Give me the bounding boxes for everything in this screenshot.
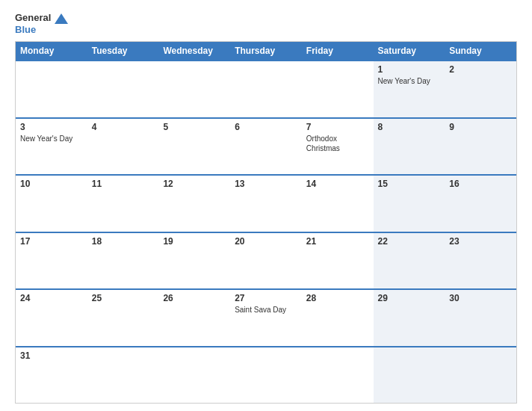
day-number: 1 [378, 64, 441, 75]
calendar-cell: 22 [374, 233, 445, 288]
calendar-cell: 5 [158, 119, 230, 174]
calendar: MondayTuesdayWednesdayThursdayFridaySatu… [15, 41, 517, 404]
calendar-cell: 31 [16, 347, 87, 403]
weekday-header-monday: Monday [16, 42, 87, 60]
calendar-cell [16, 61, 87, 117]
day-number: 21 [306, 236, 369, 247]
logo-blue: Blue [15, 24, 68, 36]
day-number: 4 [92, 122, 155, 132]
day-event: Saint Sava Day [235, 306, 286, 314]
svg-marker-0 [55, 13, 68, 24]
logo-icon [55, 13, 68, 24]
day-number: 28 [306, 293, 369, 303]
calendar-cell [87, 347, 159, 403]
day-number: 27 [235, 293, 297, 303]
weekday-header-friday: Friday [302, 42, 374, 60]
calendar-cell [158, 61, 230, 117]
calendar-cell [445, 347, 516, 403]
calendar-cell: 28 [302, 290, 374, 345]
day-number: 2 [449, 64, 512, 75]
calendar-cell [302, 61, 374, 117]
day-number: 12 [163, 179, 226, 189]
calendar-cell: 21 [302, 233, 374, 288]
calendar-row: 3New Year's Day4567Orthodox Christmas89 [16, 117, 516, 174]
calendar-cell: 23 [445, 233, 516, 288]
calendar-cell [230, 347, 302, 403]
calendar-cell: 17 [16, 233, 87, 288]
calendar-cell: 8 [374, 119, 445, 174]
day-event: New Year's Day [378, 77, 430, 85]
day-number: 5 [163, 122, 226, 132]
calendar-row: 24252627Saint Sava Day282930 [16, 288, 516, 345]
calendar-cell: 7Orthodox Christmas [302, 119, 374, 174]
logo: General Blue [15, 12, 68, 35]
day-number: 17 [20, 236, 83, 247]
day-number: 23 [449, 236, 512, 247]
calendar-cell: 2 [445, 61, 516, 117]
weekday-header-tuesday: Tuesday [87, 42, 159, 60]
day-number: 26 [163, 293, 226, 303]
calendar-cell: 10 [16, 176, 87, 231]
calendar-cell: 12 [158, 176, 230, 231]
calendar-cell [230, 61, 302, 117]
calendar-cell [302, 347, 374, 403]
day-number: 25 [92, 293, 155, 303]
page: General Blue MondayTuesdayWednesdayThurs… [0, 0, 532, 411]
calendar-row: 1New Year's Day2 [16, 60, 516, 117]
day-number: 11 [92, 179, 155, 189]
calendar-cell: 15 [374, 176, 445, 231]
calendar-cell: 11 [87, 176, 159, 231]
logo-general: General [15, 12, 68, 24]
calendar-cell: 13 [230, 176, 302, 231]
day-number: 19 [163, 236, 226, 247]
day-number: 24 [20, 293, 83, 303]
day-event: Orthodox Christmas [306, 135, 340, 152]
calendar-body: 1New Year's Day23New Year's Day4567Ortho… [16, 60, 516, 403]
day-number: 15 [378, 179, 441, 189]
day-number: 20 [235, 236, 297, 247]
day-number: 14 [306, 179, 369, 189]
header: General Blue [15, 12, 517, 35]
calendar-cell: 18 [87, 233, 159, 288]
calendar-cell: 6 [230, 119, 302, 174]
calendar-cell [87, 61, 159, 117]
weekday-header-thursday: Thursday [230, 42, 302, 60]
calendar-cell [374, 347, 445, 403]
calendar-cell: 25 [87, 290, 159, 345]
calendar-cell: 19 [158, 233, 230, 288]
day-number: 29 [378, 293, 441, 303]
day-number: 31 [20, 350, 83, 361]
weekday-header-sunday: Sunday [445, 42, 516, 60]
weekday-header-wednesday: Wednesday [158, 42, 230, 60]
calendar-cell: 4 [87, 119, 159, 174]
calendar-cell [158, 347, 230, 403]
calendar-row: 10111213141516 [16, 174, 516, 231]
calendar-cell: 9 [445, 119, 516, 174]
day-number: 18 [92, 236, 155, 247]
day-number: 6 [235, 122, 297, 132]
calendar-cell: 30 [445, 290, 516, 345]
calendar-cell: 16 [445, 176, 516, 231]
day-number: 9 [449, 122, 512, 132]
day-number: 30 [449, 293, 512, 303]
calendar-cell: 27Saint Sava Day [230, 290, 302, 345]
calendar-row: 17181920212223 [16, 232, 516, 288]
weekday-header-saturday: Saturday [374, 42, 445, 60]
day-event: New Year's Day [20, 135, 72, 143]
day-number: 16 [449, 179, 512, 189]
day-number: 22 [378, 236, 441, 247]
calendar-cell: 26 [158, 290, 230, 345]
day-number: 8 [378, 122, 441, 132]
day-number: 10 [20, 179, 83, 189]
calendar-cell: 20 [230, 233, 302, 288]
day-number: 7 [306, 122, 369, 132]
day-number: 3 [20, 122, 83, 132]
calendar-cell: 24 [16, 290, 87, 345]
calendar-cell: 3New Year's Day [16, 119, 87, 174]
calendar-header: MondayTuesdayWednesdayThursdayFridaySatu… [16, 42, 516, 60]
calendar-cell: 14 [302, 176, 374, 231]
calendar-row: 31 [16, 346, 516, 403]
calendar-cell: 29 [374, 290, 445, 345]
calendar-cell: 1New Year's Day [374, 61, 445, 117]
day-number: 13 [235, 179, 297, 189]
